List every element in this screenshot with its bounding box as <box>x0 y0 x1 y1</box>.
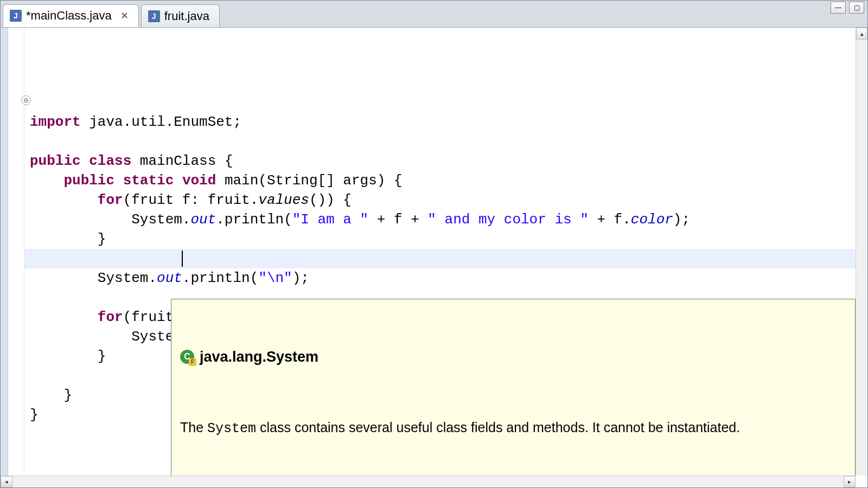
scroll-left-icon[interactable]: ◂ <box>1 476 12 487</box>
code-editor[interactable]: import java.util.EnumSet; public class m… <box>24 28 856 476</box>
class-icon: C <box>180 350 194 364</box>
tooltip-header: C java.lang.System <box>180 346 846 368</box>
editor-window: — ▢ J *mainClass.java ✕ J fruit.java ⊖ i… <box>0 0 868 488</box>
close-icon[interactable]: ✕ <box>120 10 129 22</box>
text-caret <box>182 251 183 267</box>
scroll-up-icon[interactable]: ▴ <box>856 28 867 40</box>
fold-toggle-icon[interactable]: ⊖ <box>21 95 31 105</box>
tab-label: *mainClass.java <box>26 9 112 23</box>
tooltip-paragraph: The System class contains several useful… <box>180 418 846 439</box>
tab-mainclass[interactable]: J *mainClass.java ✕ <box>3 4 139 27</box>
vertical-scrollbar[interactable]: ▴ <box>856 28 867 476</box>
gutter <box>8 28 24 476</box>
java-file-icon: J <box>10 10 22 22</box>
scrollbar-track[interactable] <box>12 476 844 487</box>
tab-label: fruit.java <box>164 9 209 23</box>
minimize-button[interactable]: — <box>831 2 846 14</box>
scroll-right-icon[interactable]: ▸ <box>844 476 856 487</box>
javadoc-tooltip[interactable]: C java.lang.System The System class cont… <box>171 299 856 476</box>
horizontal-scrollbar[interactable]: ◂ ▸ <box>1 476 856 487</box>
window-controls: — ▢ <box>831 2 864 14</box>
editor-body: ⊖ import java.util.EnumSet; public class… <box>1 28 867 476</box>
tooltip-title: java.lang.System <box>200 346 318 368</box>
marker-bar <box>1 28 8 476</box>
java-file-icon: J <box>148 10 160 22</box>
tab-fruit[interactable]: J fruit.java <box>141 4 220 27</box>
tab-bar: J *mainClass.java ✕ J fruit.java <box>1 1 867 28</box>
maximize-button[interactable]: ▢ <box>849 2 864 14</box>
